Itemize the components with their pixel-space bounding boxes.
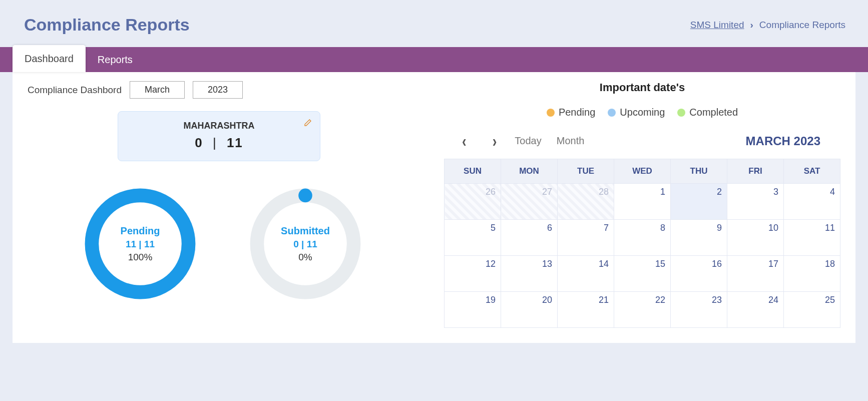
calendar-cell[interactable]: 24 (727, 292, 784, 328)
pipe-separator: | (208, 135, 222, 150)
state-counts: 0 | 11 (128, 135, 310, 151)
calendar-day-header: SAT (784, 159, 840, 184)
calendar-cell[interactable]: 25 (784, 292, 840, 328)
legend-upcoming: Upcoming (608, 107, 665, 118)
calendar-day-header: TUE (558, 159, 614, 184)
calendar-cell[interactable]: 9 (671, 220, 727, 256)
legend-dot-completed (677, 109, 685, 117)
calendar-day-header: MON (501, 159, 558, 184)
calendar-day-header: FRI (727, 159, 784, 184)
calendar-cell[interactable]: 26 (445, 184, 501, 220)
calendar-cell[interactable]: 10 (727, 220, 784, 256)
important-dates-title: Important date's (444, 81, 840, 94)
chevron-right-icon: › (750, 20, 753, 31)
calendar-cell[interactable]: 27 (501, 184, 558, 220)
legend-dot-upcoming (608, 109, 616, 117)
calendar-cell[interactable]: 23 (671, 292, 727, 328)
calendar-day-header: THU (671, 159, 727, 184)
breadcrumb-current: Compliance Reports (759, 20, 845, 31)
year-select[interactable]: 2023 (193, 81, 243, 99)
calendar-next-icon[interactable]: › (490, 131, 500, 151)
edit-icon[interactable] (304, 119, 312, 129)
calendar-cell[interactable]: 17 (727, 256, 784, 292)
legend-upcoming-label: Upcoming (620, 107, 665, 118)
calendar-cell[interactable]: 1 (614, 184, 671, 220)
submitted-ring-percent: 0% (298, 252, 312, 263)
pending-ring-percent: 100% (128, 252, 153, 263)
calendar-grid: SUNMONTUEWEDTHUFRISAT 262728123456789101… (444, 159, 840, 328)
calendar-month-button[interactable]: Month (557, 135, 585, 147)
calendar-prev-icon[interactable]: ‹ (459, 131, 470, 151)
calendar-cell[interactable]: 3 (727, 184, 784, 220)
state-count-left: 0 (195, 135, 203, 150)
calendar-cell[interactable]: 4 (784, 184, 840, 220)
calendar-cell[interactable]: 12 (445, 256, 501, 292)
calendar-cell[interactable]: 21 (558, 292, 614, 328)
pending-ring-count: 11 | 11 (126, 239, 155, 250)
calendar-today-button[interactable]: Today (515, 135, 541, 147)
legend-pending-label: Pending (559, 107, 595, 118)
calendar-cell[interactable]: 6 (501, 220, 558, 256)
tab-reports[interactable]: Reports (86, 47, 145, 72)
calendar-cell[interactable]: 7 (558, 220, 614, 256)
state-name: MAHARASHTRA (128, 121, 310, 131)
calendar-title: MARCH 2023 (746, 134, 820, 148)
legend-completed: Completed (677, 107, 738, 118)
calendar-cell[interactable]: 2 (671, 184, 727, 220)
submitted-ring: Submitted 0 | 11 0% (248, 186, 363, 301)
calendar-day-header: WED (614, 159, 671, 184)
calendar-cell[interactable]: 5 (445, 220, 501, 256)
state-count-right: 11 (227, 135, 243, 150)
calendar-legend: Pending Upcoming Completed (444, 107, 840, 118)
month-select[interactable]: March (130, 81, 185, 99)
legend-pending: Pending (547, 107, 595, 118)
calendar-cell[interactable]: 18 (784, 256, 840, 292)
pending-ring: Pending 11 | 11 100% (83, 186, 198, 301)
breadcrumb: SMS Limited › Compliance Reports (690, 20, 845, 31)
submitted-ring-title: Submitted (281, 225, 330, 237)
calendar-cell[interactable]: 16 (671, 256, 727, 292)
breadcrumb-root-link[interactable]: SMS Limited (690, 20, 744, 31)
calendar-cell[interactable]: 8 (614, 220, 671, 256)
calendar-cell[interactable]: 14 (558, 256, 614, 292)
calendar-cell[interactable]: 22 (614, 292, 671, 328)
legend-completed-label: Completed (689, 107, 738, 118)
filter-label: Compliance Dashbord (28, 85, 122, 96)
submitted-ring-count: 0 | 11 (293, 239, 317, 250)
calendar-cell[interactable]: 19 (445, 292, 501, 328)
tab-dashboard[interactable]: Dashboard (13, 45, 86, 72)
state-card: MAHARASHTRA 0 | 11 (118, 111, 320, 161)
calendar-cell[interactable]: 13 (501, 256, 558, 292)
tabs-bar: Dashboard Reports (0, 47, 868, 72)
pending-ring-title: Pending (121, 225, 160, 237)
calendar-cell[interactable]: 20 (501, 292, 558, 328)
calendar-cell[interactable]: 15 (614, 256, 671, 292)
legend-dot-pending (547, 109, 555, 117)
calendar-cell[interactable]: 28 (558, 184, 614, 220)
calendar-day-header: SUN (445, 159, 501, 184)
page-title: Compliance Reports (24, 15, 190, 35)
calendar-cell[interactable]: 11 (784, 220, 840, 256)
